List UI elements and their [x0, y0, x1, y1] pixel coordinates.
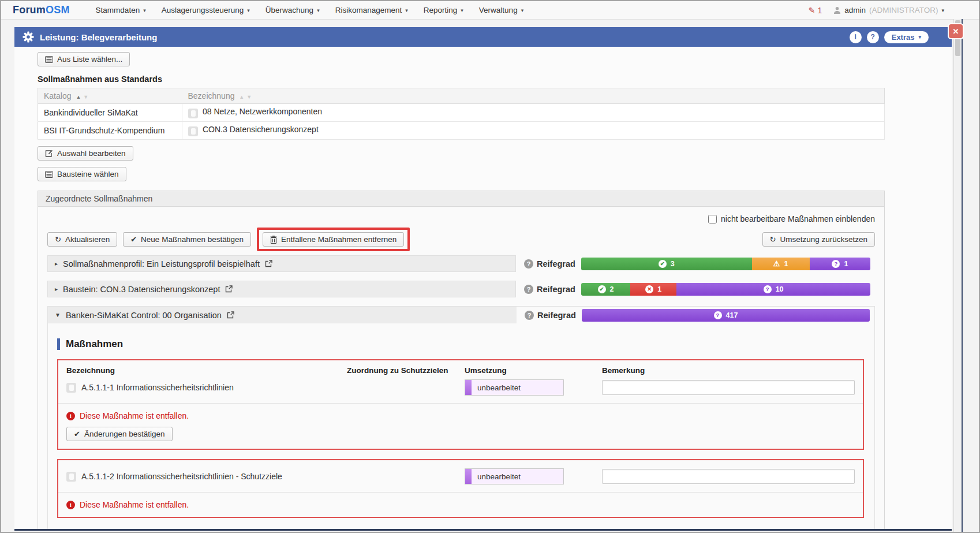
nav-reporting[interactable]: Reporting▾ [424, 6, 463, 14]
topbar: ForumOSM Stammdaten▾ Auslagerungssteueru… [1, 1, 979, 20]
col-label-schutzziele: Zuordnung zu Schutzzielen [347, 366, 465, 375]
chevron-down-icon: ▾ [918, 34, 921, 40]
user-menu[interactable]: admin (ADMINISTRATOR) ▾ [833, 6, 944, 14]
segment-ok: ✔2 [581, 283, 630, 296]
pencil-icon: ✎ [809, 6, 816, 15]
divider [58, 492, 863, 493]
maturity-label: ? Reifegrad [524, 285, 575, 294]
refresh-icon: ↻ [770, 235, 776, 244]
user-role: (ADMINISTRATOR) [869, 6, 938, 14]
help-button[interactable]: ? [867, 31, 879, 43]
list-icon [45, 56, 53, 63]
standards-table: Katalog ▲▼ Bezeichnung ▲▼ Bankindividuel… [38, 88, 885, 140]
gear-icon [23, 31, 34, 43]
remove-dropped-measures-button[interactable]: Entfallene Maßnahmen entfernen [263, 232, 404, 247]
help-icon: ? [871, 33, 875, 41]
chevron-down-icon: ▼ [55, 312, 61, 318]
document-icon [188, 126, 198, 136]
close-panel-button[interactable]: ✕ [949, 24, 963, 38]
nav-risikomanagement[interactable]: Risikomanagement▾ [335, 6, 408, 14]
pending-edits-badge[interactable]: ✎ 1 [809, 6, 822, 15]
sort-asc-icon: ▲ [239, 94, 244, 100]
table-row[interactable]: BSI IT-Grundschutz-Kompendium CON.3 Date… [38, 122, 885, 140]
page-header: Leistung: Belegverarbeitung i ? Extras▾ [14, 27, 952, 47]
implementation-select[interactable]: unbearbeitet [465, 379, 564, 396]
status-color-strip [465, 469, 472, 484]
maturity-bar: ✔2 ✕1 ?10 [581, 283, 870, 296]
show-noneditable-toggle: nicht bearbeitbare Maßnahmen einblenden [47, 214, 875, 223]
measure-checkbox-icon[interactable] [66, 472, 76, 482]
table-row[interactable]: Bankindividueller SiMaKat 08 Netze, Netz… [38, 104, 885, 122]
user-name: admin [844, 6, 866, 14]
nav-ueberwachung[interactable]: Überwachung▾ [265, 6, 320, 14]
col-label-umsetzung: Umsetzung [465, 366, 602, 375]
external-link-icon [265, 260, 272, 267]
question-circle-icon: ? [524, 285, 533, 294]
info-button[interactable]: i [850, 31, 862, 43]
segment-ok: ✔3 [581, 258, 752, 270]
chevron-down-icon: ▾ [405, 8, 408, 13]
toggle-label: nicht bearbeitbare Maßnahmen einblenden [721, 214, 875, 223]
katalog-cell: BSI IT-Grundschutz-Kompendium [38, 122, 182, 140]
external-link-icon [225, 285, 233, 293]
comment-input[interactable] [602, 380, 855, 395]
chevron-down-icon: ▾ [521, 8, 524, 13]
page-body: Aus Liste wählen... Sollmaßnahmen aus St… [14, 47, 952, 531]
sort-asc-icon: ▲ [76, 94, 81, 100]
segment-unknown: ?10 [676, 283, 870, 296]
group-header-baustein-con3[interactable]: ▸ Baustein: CON.3 Datensicherungskonzept [47, 281, 516, 297]
col-label-bezeichnung: Bezeichnung [66, 366, 347, 375]
show-noneditable-checkbox[interactable] [708, 215, 717, 223]
column-header-bezeichnung[interactable]: Bezeichnung ▲▼ [182, 88, 885, 104]
maturity-label: ? Reifegrad [525, 311, 576, 320]
group-header-sollmassnahmenprofil[interactable]: ▸ Sollmaßnahmenprofil: Ein Leistungsprof… [47, 255, 516, 272]
nav-auslagerungssteuerung[interactable]: Auslagerungssteuerung▾ [162, 6, 250, 14]
trash-icon [270, 236, 277, 244]
question-circle-icon: ? [524, 259, 533, 269]
dropped-measure-warning: Diese Maßnahme ist entfallen. [80, 500, 189, 509]
question-circle-icon: ? [714, 311, 722, 319]
standards-section-title: Sollmaßnahmen aus Standards [38, 74, 885, 84]
edit-icon [45, 150, 53, 157]
warning-triangle-icon: ⚠ [773, 260, 780, 268]
reset-implementation-button[interactable]: ↻Umsetzung zurücksetzen [762, 232, 875, 247]
edit-selection-button[interactable]: Auswahl bearbeiten [38, 146, 133, 161]
measures-heading: Maßnahmen [57, 338, 864, 350]
implementation-select[interactable]: unbearbeitet [465, 468, 564, 484]
bezeichnung-cell: CON.3 Datensicherungskonzept [182, 122, 885, 140]
measure-group: ▼ Banken-SiMaKat Control: 00 Organisatio… [47, 306, 875, 531]
page-container: Leistung: Belegverarbeitung i ? Extras▾ … [14, 27, 952, 531]
chevron-down-icon: ▾ [941, 8, 944, 13]
segment-unknown: ?417 [582, 309, 870, 322]
check-icon: ✔ [130, 235, 137, 244]
segment-warning: ⚠1 [752, 258, 810, 270]
app-logo[interactable]: ForumOSM [13, 4, 70, 16]
dropped-measure-warning: Diese Maßnahme ist entfallen. [80, 411, 189, 420]
column-header-katalog[interactable]: Katalog ▲▼ [38, 88, 182, 104]
user-icon [833, 6, 841, 14]
list-icon [45, 171, 53, 178]
comment-input[interactable] [602, 469, 855, 484]
sort-desc-icon: ▼ [246, 94, 252, 100]
sort-desc-icon: ▼ [83, 94, 88, 100]
refresh-button[interactable]: ↻Aktualisieren [47, 232, 117, 247]
segment-unknown: ?1 [810, 258, 870, 270]
nav-stammdaten[interactable]: Stammdaten▾ [96, 6, 146, 14]
confirm-changes-button[interactable]: ✔Änderungen bestätigen [66, 427, 173, 441]
choose-from-list-button[interactable]: Aus Liste wählen... [38, 52, 130, 66]
status-color-strip [465, 380, 472, 395]
extras-button[interactable]: Extras▾ [884, 31, 929, 43]
group-header-banken-simakat[interactable]: ▼ Banken-SiMaKat Control: 00 Organisatio… [48, 307, 517, 323]
confirm-new-measures-button[interactable]: ✔Neue Maßnahmen bestätigen [123, 232, 251, 247]
assigned-measures-panel: Zugeordnete Sollmaßnahmen nicht bearbeit… [38, 191, 885, 531]
col-label-bemerkung: Bemerkung [602, 366, 855, 375]
choose-modules-button[interactable]: Bausteine wählen [38, 167, 126, 181]
question-circle-icon: ? [525, 311, 534, 320]
maturity-bar: ?417 [582, 309, 870, 322]
katalog-cell: Bankindividueller SiMaKat [38, 104, 182, 122]
measure-checkbox-icon[interactable] [66, 383, 76, 393]
document-icon [188, 109, 198, 118]
vertical-scrollbar[interactable] [953, 19, 963, 532]
chevron-right-icon: ▸ [55, 286, 58, 292]
nav-verwaltung[interactable]: Verwaltung▾ [479, 6, 523, 14]
